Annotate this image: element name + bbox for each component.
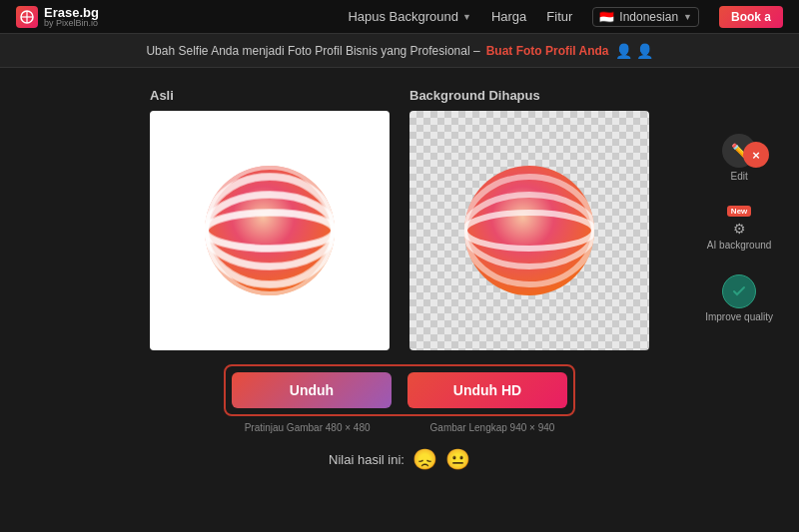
original-panel: Asli bbox=[150, 88, 390, 350]
download-hd-button[interactable]: Unduh HD bbox=[407, 372, 567, 408]
panels-container: Asli bbox=[20, 88, 779, 350]
original-panel-label: Asli bbox=[150, 88, 174, 103]
chevron-down-icon: ▼ bbox=[462, 12, 471, 22]
language-chevron-icon: ▼ bbox=[683, 12, 692, 22]
new-badge: New bbox=[727, 206, 751, 217]
promo-link[interactable]: Buat Foto Profil Anda bbox=[486, 44, 609, 58]
processed-panel: Background Dihapus bbox=[409, 88, 649, 350]
nav-item-harga[interactable]: Harga bbox=[491, 9, 526, 24]
close-button[interactable]: × bbox=[743, 142, 769, 168]
nav-label-hapus-background: Hapus Background bbox=[348, 9, 458, 24]
ai-bg-sub-icon: ⚙ bbox=[733, 221, 746, 237]
logo-sub: by PixelBin.io bbox=[44, 18, 99, 28]
ai-background-tool-button[interactable]: New ⚙ AI background bbox=[701, 200, 778, 257]
promo-text: Ubah Selfie Anda menjadi Foto Profil Bis… bbox=[146, 44, 479, 58]
download-button[interactable]: Unduh bbox=[232, 372, 392, 408]
file-info-row: Pratinjau Gambar 480 × 480 Gambar Lengka… bbox=[245, 422, 555, 433]
edit-tool-label: Edit bbox=[730, 171, 747, 182]
promo-icons: 👤 👤 bbox=[615, 43, 653, 59]
original-file-info: Pratinjau Gambar 480 × 480 bbox=[245, 422, 371, 433]
nav-label-harga: Harga bbox=[491, 9, 526, 24]
language-selector[interactable]: 🇮🇩 Indonesian ▼ bbox=[592, 7, 699, 27]
nav-label-fitur: Fitur bbox=[546, 9, 572, 24]
original-globe-svg bbox=[190, 151, 350, 310]
promo-banner: Ubah Selfie Anda menjadi Foto Profil Bis… bbox=[0, 34, 799, 68]
svg-point-13 bbox=[464, 166, 594, 295]
original-image bbox=[150, 111, 390, 350]
nav-item-hapus-background[interactable]: Hapus Background ▼ bbox=[348, 9, 471, 24]
processed-image bbox=[409, 111, 649, 350]
download-section: Unduh Unduh HD Pratinjau Gambar 480 × 48… bbox=[20, 364, 779, 433]
processed-globe-svg bbox=[449, 151, 609, 310]
flag-icon: 🇮🇩 bbox=[599, 10, 614, 24]
rating-section: Nilai hasil ini: 😞 😐 bbox=[329, 447, 470, 471]
improve-quality-label: Improve quality bbox=[705, 311, 773, 322]
person-icon: 👤 bbox=[615, 43, 632, 59]
rating-sad-emoji[interactable]: 😞 bbox=[412, 447, 437, 471]
hd-file-info: Gambar Lengkap 940 × 940 bbox=[430, 422, 555, 433]
nav-item-fitur[interactable]: Fitur bbox=[546, 9, 572, 24]
improve-quality-icon bbox=[722, 274, 756, 308]
language-label: Indonesian bbox=[619, 10, 678, 24]
processed-panel-label: Background Dihapus bbox=[409, 88, 540, 103]
rating-label: Nilai hasil ini: bbox=[329, 452, 404, 467]
logo-icon bbox=[16, 6, 38, 28]
header: Erase.bg by PixelBin.io Hapus Background… bbox=[0, 0, 799, 34]
logo[interactable]: Erase.bg by PixelBin.io bbox=[16, 5, 99, 28]
header-nav: Hapus Background ▼ Harga Fitur 🇮🇩 Indone… bbox=[348, 6, 783, 28]
person2-icon: 👤 bbox=[636, 43, 653, 59]
rating-neutral-emoji[interactable]: 😐 bbox=[445, 447, 470, 471]
main-content: × Asli bbox=[0, 68, 799, 481]
book-demo-button[interactable]: Book a bbox=[719, 6, 783, 28]
download-buttons-container: Unduh Unduh HD bbox=[224, 364, 575, 416]
ai-background-label: AI background bbox=[707, 240, 772, 251]
improve-quality-tool-button[interactable]: Improve quality bbox=[699, 268, 779, 328]
